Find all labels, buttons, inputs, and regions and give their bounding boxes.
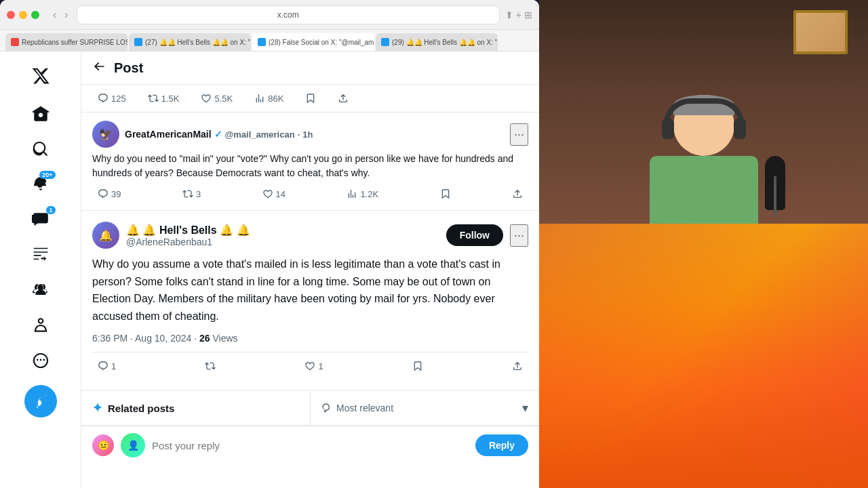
reply-input[interactable]	[152, 440, 469, 451]
heart-icon-small	[201, 93, 212, 104]
person-head	[673, 95, 734, 156]
traffic-lights	[7, 11, 39, 19]
related-posts-bar: ✦ Related posts Most relevant ▾	[81, 391, 539, 426]
follow-button[interactable]: Follow	[446, 224, 503, 246]
share-action[interactable]	[332, 90, 354, 106]
tab-hells-bells-1[interactable]: (27) 🔔🔔 Hell's Bells 🔔🔔 on X: "@mail_ame…	[129, 33, 251, 51]
original-like-count: 14	[276, 189, 285, 199]
main-reply-count: 1	[111, 361, 116, 371]
stats-views-count: 86K	[268, 94, 283, 104]
messages-icon	[32, 211, 50, 228]
main-reply-action[interactable]: 1	[92, 358, 121, 374]
main-tweet-author-info: 🔔 🔔 Hell's Bells 🔔 🔔 @ArleneRabenbau1	[126, 224, 439, 247]
fullscreen-traffic-light[interactable]	[31, 11, 39, 19]
main-bookmark-action[interactable]	[407, 358, 429, 374]
reply-button[interactable]: Reply	[475, 434, 528, 456]
sidebar-item-explore[interactable]	[24, 133, 57, 165]
main-tweet-views-label: Views	[212, 333, 237, 344]
main-tweet-views-count: 26	[199, 333, 210, 344]
back-button[interactable]	[92, 60, 106, 76]
stats-replies[interactable]: 125	[92, 90, 132, 106]
new-tab-button[interactable]: +	[516, 9, 521, 20]
original-share-action[interactable]	[507, 186, 528, 202]
search-icon	[32, 140, 50, 158]
tab-favicon-2	[258, 38, 266, 46]
chevron-down-icon: ▾	[522, 401, 528, 415]
forward-nav-button[interactable]: ›	[62, 7, 71, 22]
main-tweet-timestamp: 6:36 PM · Aug 10, 2024 · 26 Views	[92, 333, 528, 344]
related-posts-section[interactable]: ✦ Related posts	[81, 391, 311, 425]
tab-label-1: (27) 🔔🔔 Hell's Bells 🔔🔔 on X: "@mail_ame…	[145, 39, 251, 46]
sparkle-icon: ✦	[92, 401, 102, 415]
page-title: Post	[114, 60, 143, 76]
tab-hells-bells-2[interactable]: (29) 🔔🔔 Hell's Bells 🔔🔔 on X: "@mail_ame…	[376, 33, 498, 51]
sidebar-item-compose[interactable]	[24, 239, 57, 271]
tab-false-social[interactable]: (28) False Social on X: "@mail_american …	[252, 33, 374, 51]
person-shirt	[650, 156, 758, 224]
post-button[interactable]	[24, 385, 57, 418]
x-logo[interactable]	[24, 60, 57, 92]
window-buttons: ⬆ + ⊞	[505, 9, 532, 20]
original-views-count: 1.2K	[360, 189, 378, 199]
main-tweet-more-button[interactable]: ···	[510, 224, 528, 247]
tab-youtube[interactable]: Republicans suffer SURPRISE LOSS in cour…	[5, 33, 127, 51]
bookmark-action[interactable]	[300, 90, 321, 106]
sidebar-item-profile[interactable]	[24, 309, 57, 342]
main-share-icon	[512, 361, 523, 371]
compose-icon	[32, 246, 50, 264]
messages-badge: 1	[46, 206, 55, 214]
sidebar-item-notifications[interactable]: 20+	[24, 168, 57, 201]
headphones	[663, 98, 745, 125]
back-nav-button[interactable]: ‹	[50, 7, 59, 22]
main-tweet-avatar: 🔔	[92, 222, 119, 249]
tabs-bar: Republicans suffer SURPRISE LOSS in cour…	[0, 30, 539, 52]
url-text: x.com	[277, 10, 299, 20]
verified-badge: ✓	[214, 129, 222, 140]
sidebar-item-communities[interactable]	[24, 274, 57, 306]
bookmark-icon-orig	[440, 188, 451, 199]
original-retweet-action[interactable]: 3	[177, 186, 206, 202]
original-author-display-name: GreatAmericanMail	[125, 129, 212, 140]
share-icon	[338, 93, 349, 104]
webcam-feed	[539, 0, 868, 224]
filter-icon	[321, 403, 332, 413]
back-arrow-icon	[92, 60, 106, 73]
stats-retweets-count: 1.5K	[161, 94, 180, 104]
main-retweet-icon	[205, 361, 216, 371]
timestamp-value: 6:36 PM · Aug 10, 2024	[92, 333, 191, 344]
tab-favicon-1	[134, 38, 142, 46]
main-heart-icon	[304, 361, 315, 371]
close-traffic-light[interactable]	[7, 11, 15, 19]
original-tweet-time: ·	[298, 129, 300, 140]
original-tweet-time-value: 1h	[302, 129, 313, 140]
x-logo-icon	[31, 66, 50, 85]
stats-views[interactable]: 86K	[249, 90, 289, 106]
sidebar-item-messages[interactable]: 1	[24, 203, 57, 236]
main-like-count: 1	[318, 361, 323, 371]
main-like-action[interactable]: 1	[299, 358, 328, 374]
sidebar-item-home[interactable]	[24, 98, 57, 130]
sidebar-item-more[interactable]	[24, 344, 57, 377]
original-like-action[interactable]: 14	[257, 186, 291, 202]
original-views-action[interactable]: 1.2K	[341, 186, 384, 202]
share-window-button[interactable]: ⬆	[505, 9, 513, 20]
main-share-action[interactable]	[507, 358, 528, 374]
views-icon	[347, 188, 357, 199]
original-reply-action[interactable]: 39	[92, 186, 126, 202]
main-retweet-action[interactable]	[199, 358, 221, 374]
stats-likes[interactable]: 5.5K	[195, 90, 238, 106]
original-tweet-more-button[interactable]: ···	[510, 123, 528, 146]
original-bookmark-action[interactable]	[435, 186, 456, 202]
minimize-traffic-light[interactable]	[19, 11, 27, 19]
stats-retweets[interactable]: 1.5K	[142, 90, 185, 106]
picture-inner	[796, 13, 845, 52]
main-tweet-text: Why do you assume a vote that's mailed i…	[92, 256, 528, 325]
tab-label-3: (29) 🔔🔔 Hell's Bells 🔔🔔 on X: "@mail_ame…	[392, 39, 498, 46]
extensions-button[interactable]: ⊞	[524, 9, 532, 20]
reply-icon-small	[98, 93, 108, 104]
related-posts-filter[interactable]: Most relevant ▾	[311, 391, 539, 425]
original-retweet-count: 3	[196, 189, 201, 199]
reply-icon	[98, 188, 108, 199]
address-bar[interactable]: x.com	[77, 5, 500, 24]
retweet-icon	[182, 188, 193, 199]
